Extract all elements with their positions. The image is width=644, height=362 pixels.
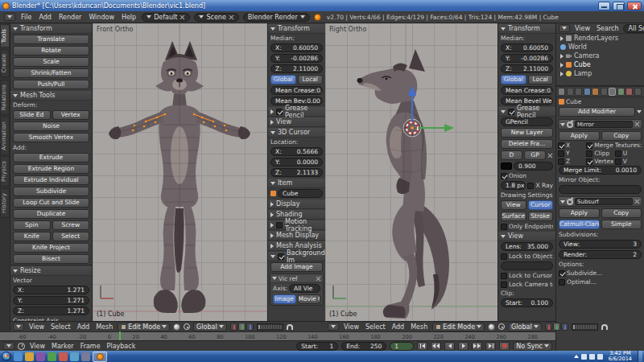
- panel-header-transform[interactable]: Transform: [268, 24, 325, 34]
- lens-field[interactable]: Lens:35.000: [501, 242, 553, 251]
- clip-start-field[interactable]: Start:0.100: [501, 298, 553, 307]
- optimal-display-checkbox[interactable]: [559, 279, 565, 286]
- new-layer-button[interactable]: New Layer: [501, 128, 553, 138]
- subdivide-uvs-checkbox[interactable]: [559, 270, 565, 277]
- snap-magnet-icon[interactable]: [287, 324, 293, 330]
- toolshelf-tab-relations[interactable]: Relations: [0, 80, 10, 115]
- mirror-y-checkbox[interactable]: [558, 150, 564, 157]
- loop-cut-button[interactable]: Loop Cut and Slide: [13, 198, 89, 208]
- merge-limit-field[interactable]: Merge Limit:0.0010: [559, 166, 642, 175]
- outliner-item-cube[interactable]: Cube: [556, 60, 644, 69]
- lock-object-checkbox[interactable]: [501, 253, 507, 260]
- background-images-checkbox[interactable]: [278, 253, 284, 260]
- knife-button[interactable]: Knife: [13, 232, 51, 241]
- mesh-menu[interactable]: Mesh: [409, 323, 429, 331]
- timeline-menu-view[interactable]: View: [28, 343, 47, 350]
- play-button[interactable]: [458, 342, 469, 351]
- viewport-front[interactable]: Front Ortho (1) Cube: [93, 23, 267, 321]
- spin-button[interactable]: Spin: [13, 220, 51, 230]
- delete-modifier-icon[interactable]: [634, 199, 640, 204]
- median-y-field[interactable]: Y:-0.00286: [501, 54, 553, 63]
- record-button[interactable]: [499, 342, 510, 351]
- mirror-object-dropdown[interactable]: [559, 185, 642, 194]
- current-frame-field[interactable]: 1: [390, 342, 414, 351]
- toolshelf-tab-tools[interactable]: Tools: [0, 24, 10, 47]
- toolshelf-tab-create[interactable]: Create: [0, 49, 10, 77]
- background-image-header[interactable]: Vic ref: [270, 274, 323, 283]
- viewport-right[interactable]: Right Ortho (1) Cube: [325, 23, 497, 321]
- subsurf-modifier-header[interactable]: Subsurf: [558, 196, 642, 207]
- extrude-button[interactable]: Extrude: [13, 153, 89, 162]
- panel-header-3d-cursor[interactable]: 3D Cursor: [268, 128, 325, 138]
- toolshelf-tab-history[interactable]: History: [0, 188, 10, 218]
- manipulator-rotate-icon[interactable]: [238, 323, 246, 331]
- snap-magnet-icon[interactable]: [601, 324, 608, 330]
- transform-orientation-dropdown[interactable]: Global: [508, 323, 542, 331]
- manipulator-translate-icon[interactable]: [545, 323, 552, 331]
- sync-dropdown[interactable]: No Sync: [513, 342, 552, 351]
- axis-dropdown[interactable]: All Vie: [289, 284, 320, 293]
- mirror-x-checkbox[interactable]: [558, 142, 564, 149]
- opacity-field[interactable]: 0.900: [514, 162, 553, 171]
- scene-selector[interactable]: Scene: [194, 13, 238, 22]
- panel-header-transform[interactable]: Transform: [498, 24, 555, 34]
- panel-header-resize[interactable]: Resize: [10, 266, 92, 276]
- draw-view-button[interactable]: View: [501, 200, 526, 210]
- resize-y-field[interactable]: Y:1.271: [13, 296, 89, 305]
- mirror-merge-checkbox[interactable]: [586, 142, 592, 149]
- taskbar-app-icon[interactable]: [47, 352, 56, 361]
- toolshelf-tab-physics[interactable]: Physics: [0, 156, 10, 187]
- select-menu[interactable]: Select: [364, 323, 387, 331]
- select-button[interactable]: Select: [52, 232, 90, 241]
- outliner-item-lamp[interactable]: Lamp: [556, 69, 644, 78]
- gpencil-datablock[interactable]: GPencil: [501, 117, 553, 126]
- shrink-fatten-button[interactable]: Shrink/Fatten: [13, 68, 89, 78]
- xray-checkbox[interactable]: [527, 183, 534, 189]
- add-menu[interactable]: Add: [390, 323, 407, 331]
- manipulator-scale-icon[interactable]: [561, 323, 568, 331]
- simple-button[interactable]: Simple: [601, 220, 642, 229]
- mode-dropdown[interactable]: Edit Mode: [432, 323, 485, 331]
- rotate-button[interactable]: Rotate: [13, 46, 89, 56]
- resize-x-field[interactable]: X:1.271: [13, 286, 89, 294]
- median-x-field[interactable]: X:0.60050: [270, 43, 323, 52]
- panel-header-item[interactable]: Item: [268, 179, 325, 188]
- mean-crease-field[interactable]: Mean Crease:0.00: [501, 86, 553, 95]
- cursor-x-field[interactable]: X:0.5666: [270, 147, 323, 156]
- close-button[interactable]: [627, 2, 642, 10]
- tray-icon[interactable]: [597, 354, 603, 360]
- global-toggle[interactable]: Global: [501, 75, 526, 84]
- source-image-button[interactable]: Image: [273, 294, 296, 304]
- taskbar-clock[interactable]: 3:42 PM 6/6/2014: [605, 351, 635, 362]
- lock-cursor-checkbox[interactable]: [501, 273, 507, 279]
- cursor-z-field[interactable]: Z:2.1133: [270, 168, 323, 177]
- subsurf-apply-button[interactable]: Apply: [559, 208, 600, 218]
- frame-start-field[interactable]: Start:1: [296, 342, 338, 351]
- pivot-point-icon[interactable]: [498, 323, 505, 330]
- mirror-copy-button[interactable]: Copy: [601, 131, 642, 141]
- menu-add[interactable]: Add: [37, 14, 53, 21]
- subsurf-copy-button[interactable]: Copy: [601, 208, 642, 218]
- panel-header-mesh-tools[interactable]: Mesh Tools: [10, 91, 92, 101]
- tab-material-icon[interactable]: [625, 88, 633, 96]
- outliner-menu-view[interactable]: View: [573, 25, 592, 32]
- local-toggle[interactable]: Local: [528, 75, 554, 84]
- taskbar-app-icon[interactable]: [36, 352, 45, 361]
- add-menu[interactable]: Add: [76, 323, 92, 331]
- outliner-item-camera[interactable]: Camera: [556, 51, 644, 60]
- grease-pencil-checkbox[interactable]: [508, 109, 514, 115]
- show-desktop-button[interactable]: [638, 351, 642, 362]
- view-menu[interactable]: View: [27, 323, 46, 331]
- median-y-field[interactable]: Y:-0.00286: [270, 54, 323, 63]
- only-endpoints-checkbox[interactable]: [501, 224, 507, 230]
- taskbar-app-icon[interactable]: [14, 352, 23, 361]
- motion-tracking-checkbox[interactable]: [276, 222, 283, 228]
- mode-dropdown[interactable]: Edit Mode: [118, 323, 170, 331]
- mirror-vertex-groups-checkbox[interactable]: [586, 158, 592, 165]
- local-toggle[interactable]: Local: [298, 75, 324, 84]
- timeline-ruler[interactable]: -60-40-200204060801001201401601802002202…: [0, 331, 555, 340]
- viewport-shading-icon[interactable]: [488, 323, 495, 331]
- mirror-apply-button[interactable]: Apply: [559, 131, 600, 141]
- grease-pencil-checkbox[interactable]: [276, 109, 283, 115]
- taskbar-app-icon[interactable]: [81, 352, 90, 361]
